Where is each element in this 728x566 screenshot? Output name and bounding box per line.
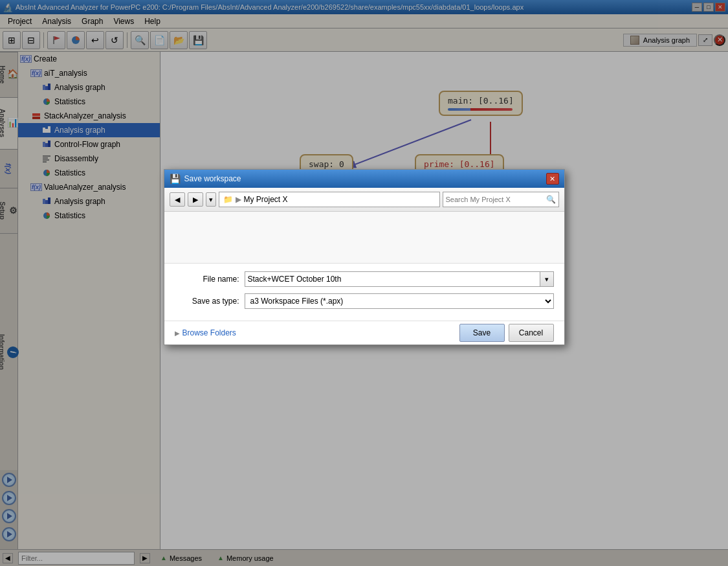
- search-icon: 🔍: [546, 195, 556, 204]
- browse-folders-button[interactable]: ▶ Browse Folders: [175, 328, 236, 337]
- search-box: 🔍: [443, 192, 559, 207]
- dialog-dropdown-button[interactable]: ▾: [206, 192, 216, 207]
- search-input[interactable]: [446, 196, 546, 203]
- breadcrumb-arrow: ▶: [236, 195, 241, 204]
- breadcrumb-bar: 📁 ▶ My Project X: [219, 192, 440, 207]
- file-name-label: File name:: [175, 275, 239, 284]
- browse-label: Browse Folders: [182, 328, 236, 337]
- dialog-title-bar: 💾 Save workspace ✕: [164, 170, 564, 188]
- save-button[interactable]: Save: [459, 324, 505, 342]
- dialog-back-button[interactable]: ◀: [170, 192, 185, 207]
- file-browser-area[interactable]: [164, 212, 564, 264]
- save-dialog: 💾 Save workspace ✕ ◀ ▶ ▾ 📁 ▶ My Project …: [164, 169, 565, 345]
- file-name-dropdown-button[interactable]: ▾: [540, 271, 554, 287]
- dialog-forward-button[interactable]: ▶: [188, 192, 203, 207]
- file-name-input[interactable]: [245, 271, 540, 287]
- cancel-button[interactable]: Cancel: [509, 324, 554, 342]
- dialog-title: Save workspace: [184, 174, 546, 183]
- dialog-icon: 💾: [170, 174, 181, 184]
- save-as-select[interactable]: a3 Workspace Files (*.apx) All Files (*.…: [245, 293, 554, 309]
- save-as-label: Save as type:: [175, 297, 239, 306]
- browse-chevron-icon: ▶: [175, 330, 180, 337]
- browse-row: ▶ Browse Folders Save Cancel: [164, 321, 564, 345]
- dialog-nav: ◀ ▶ ▾ 📁 ▶ My Project X 🔍: [164, 188, 564, 212]
- modal-overlay: 💾 Save workspace ✕ ◀ ▶ ▾ 📁 ▶ My Project …: [0, 0, 728, 566]
- dialog-form: File name: ▾ Save as type: a3 Workspace …: [164, 264, 564, 321]
- dialog-close-button[interactable]: ✕: [546, 173, 559, 185]
- dialog-body: ◀ ▶ ▾ 📁 ▶ My Project X 🔍 File na: [164, 188, 564, 345]
- breadcrumb-location: My Project X: [244, 195, 288, 204]
- folder-icon: 📁: [223, 195, 233, 204]
